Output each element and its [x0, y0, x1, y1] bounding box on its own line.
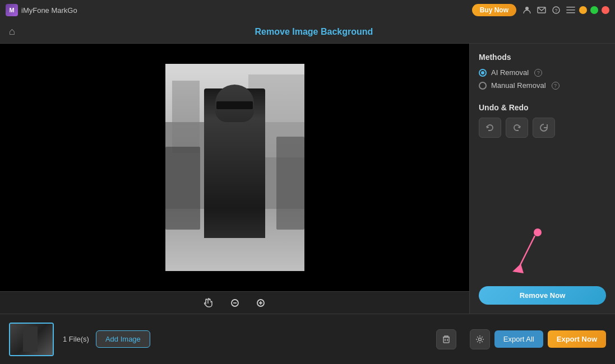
- buy-now-button[interactable]: Buy Now: [472, 4, 516, 16]
- minimize-button[interactable]: −: [579, 6, 587, 14]
- right-panel: Methods AI Removal ? Manual Removal ? Un…: [469, 44, 615, 314]
- image-viewport: [0, 44, 469, 291]
- user-icon[interactable]: [522, 5, 532, 15]
- title-bar-icons: ?: [522, 5, 576, 15]
- svg-rect-5: [566, 10, 575, 11]
- manual-removal-option[interactable]: Manual Removal ?: [479, 81, 606, 90]
- nav-bar: ⌂ Remove Image Background: [0, 20, 615, 44]
- home-button[interactable]: ⌂: [9, 26, 15, 38]
- refresh-button[interactable]: [533, 118, 555, 138]
- methods-heading: Methods: [479, 53, 606, 62]
- close-button[interactable]: ×: [602, 6, 609, 14]
- help-circle-icon[interactable]: ?: [551, 5, 561, 15]
- undo-redo-buttons: [479, 118, 606, 138]
- export-all-button[interactable]: Export All: [494, 330, 543, 348]
- file-count: 1 File(s): [63, 335, 89, 343]
- ai-removal-option[interactable]: AI Removal ?: [479, 68, 606, 77]
- menu-icon[interactable]: [566, 5, 576, 15]
- title-bar: M iMyFone MarkGo Buy Now ? − □ ×: [0, 0, 615, 20]
- redo-button[interactable]: [506, 118, 528, 138]
- mail-icon[interactable]: [537, 5, 547, 15]
- manual-removal-label: Manual Removal: [491, 81, 546, 90]
- ai-removal-radio[interactable]: [479, 69, 487, 77]
- svg-text:?: ?: [555, 8, 558, 13]
- app-logo: M iMyFone MarkGo: [6, 4, 77, 16]
- ai-removal-help-icon[interactable]: ?: [534, 69, 542, 77]
- svg-rect-15: [443, 337, 449, 343]
- canvas-area: [0, 44, 469, 314]
- svg-marker-14: [512, 264, 524, 273]
- maximize-button[interactable]: □: [590, 6, 598, 14]
- main-content: Methods AI Removal ? Manual Removal ? Un…: [0, 44, 615, 314]
- svg-point-12: [534, 228, 542, 236]
- bottom-right-controls: Export All Export Now: [436, 329, 606, 349]
- app-name: iMyFone MarkGo: [21, 6, 77, 15]
- canvas-toolbar: [0, 291, 469, 314]
- settings-button[interactable]: [470, 329, 490, 349]
- page-title: Remove Image Background: [22, 27, 606, 37]
- svg-point-18: [478, 338, 481, 340]
- undo-button[interactable]: [479, 118, 501, 138]
- add-image-button[interactable]: Add Image: [96, 330, 150, 348]
- hand-tool-button[interactable]: [201, 295, 218, 311]
- arrow-annotation: [479, 226, 606, 282]
- undo-redo-heading: Undo & Redo: [479, 103, 606, 112]
- svg-point-0: [525, 7, 529, 10]
- thumbnail-image: [10, 324, 53, 355]
- arrow-svg: [479, 226, 552, 282]
- export-now-button[interactable]: Export Now: [548, 330, 606, 348]
- zoom-out-button[interactable]: [226, 295, 243, 311]
- remove-now-button[interactable]: Remove Now: [479, 286, 606, 305]
- manual-removal-radio[interactable]: [479, 82, 487, 90]
- thumbnail-item[interactable]: [9, 323, 54, 356]
- delete-button[interactable]: [436, 329, 456, 349]
- manual-removal-help-icon[interactable]: ?: [552, 82, 559, 90]
- svg-rect-6: [566, 12, 575, 13]
- zoom-in-button[interactable]: [252, 295, 269, 311]
- main-image: [165, 64, 304, 271]
- svg-rect-4: [566, 7, 575, 8]
- bottom-bar: 1 File(s) Add Image Export All Export No…: [0, 314, 615, 364]
- logo-icon: M: [6, 4, 18, 16]
- ai-removal-label: AI Removal: [491, 68, 529, 77]
- window-controls: − □ ×: [579, 6, 609, 14]
